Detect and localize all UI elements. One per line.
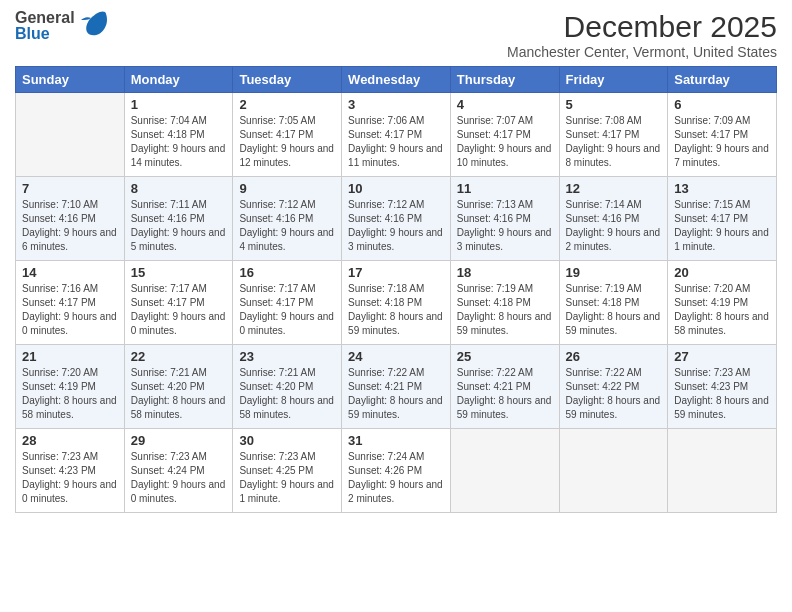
day-number: 20: [674, 265, 770, 280]
day-number: 4: [457, 97, 553, 112]
calendar-table: Sunday Monday Tuesday Wednesday Thursday…: [15, 66, 777, 513]
day-info: Sunrise: 7:05 AMSunset: 4:17 PMDaylight:…: [239, 114, 335, 170]
calendar-day-cell: 30Sunrise: 7:23 AMSunset: 4:25 PMDayligh…: [233, 429, 342, 513]
day-info: Sunrise: 7:06 AMSunset: 4:17 PMDaylight:…: [348, 114, 444, 170]
day-number: 22: [131, 349, 227, 364]
day-info: Sunrise: 7:15 AMSunset: 4:17 PMDaylight:…: [674, 198, 770, 254]
calendar-day-cell: 15Sunrise: 7:17 AMSunset: 4:17 PMDayligh…: [124, 261, 233, 345]
col-wednesday: Wednesday: [342, 67, 451, 93]
day-info: Sunrise: 7:24 AMSunset: 4:26 PMDaylight:…: [348, 450, 444, 506]
calendar-day-cell: 19Sunrise: 7:19 AMSunset: 4:18 PMDayligh…: [559, 261, 668, 345]
logo-general-text: General: [15, 10, 75, 26]
calendar-day-cell: 5Sunrise: 7:08 AMSunset: 4:17 PMDaylight…: [559, 93, 668, 177]
calendar-day-cell: 8Sunrise: 7:11 AMSunset: 4:16 PMDaylight…: [124, 177, 233, 261]
day-number: 6: [674, 97, 770, 112]
title-section: December 2025 Manchester Center, Vermont…: [507, 10, 777, 60]
day-info: Sunrise: 7:19 AMSunset: 4:18 PMDaylight:…: [457, 282, 553, 338]
calendar-day-cell: 2Sunrise: 7:05 AMSunset: 4:17 PMDaylight…: [233, 93, 342, 177]
day-info: Sunrise: 7:21 AMSunset: 4:20 PMDaylight:…: [239, 366, 335, 422]
day-info: Sunrise: 7:07 AMSunset: 4:17 PMDaylight:…: [457, 114, 553, 170]
calendar-day-cell: 6Sunrise: 7:09 AMSunset: 4:17 PMDaylight…: [668, 93, 777, 177]
calendar-day-cell: 14Sunrise: 7:16 AMSunset: 4:17 PMDayligh…: [16, 261, 125, 345]
day-info: Sunrise: 7:23 AMSunset: 4:25 PMDaylight:…: [239, 450, 335, 506]
day-info: Sunrise: 7:17 AMSunset: 4:17 PMDaylight:…: [239, 282, 335, 338]
day-info: Sunrise: 7:10 AMSunset: 4:16 PMDaylight:…: [22, 198, 118, 254]
calendar-week-row: 14Sunrise: 7:16 AMSunset: 4:17 PMDayligh…: [16, 261, 777, 345]
calendar-day-cell: 25Sunrise: 7:22 AMSunset: 4:21 PMDayligh…: [450, 345, 559, 429]
location: Manchester Center, Vermont, United State…: [507, 44, 777, 60]
calendar-day-cell: 26Sunrise: 7:22 AMSunset: 4:22 PMDayligh…: [559, 345, 668, 429]
day-number: 14: [22, 265, 118, 280]
logo-name: General Blue: [15, 10, 75, 42]
day-info: Sunrise: 7:08 AMSunset: 4:17 PMDaylight:…: [566, 114, 662, 170]
calendar-day-cell: 31Sunrise: 7:24 AMSunset: 4:26 PMDayligh…: [342, 429, 451, 513]
day-number: 17: [348, 265, 444, 280]
day-number: 18: [457, 265, 553, 280]
day-info: Sunrise: 7:22 AMSunset: 4:22 PMDaylight:…: [566, 366, 662, 422]
day-info: Sunrise: 7:13 AMSunset: 4:16 PMDaylight:…: [457, 198, 553, 254]
day-info: Sunrise: 7:20 AMSunset: 4:19 PMDaylight:…: [22, 366, 118, 422]
calendar-week-row: 7Sunrise: 7:10 AMSunset: 4:16 PMDaylight…: [16, 177, 777, 261]
day-info: Sunrise: 7:12 AMSunset: 4:16 PMDaylight:…: [348, 198, 444, 254]
header: General Blue December 2025 Manchester Ce…: [15, 10, 777, 60]
calendar-day-cell: 16Sunrise: 7:17 AMSunset: 4:17 PMDayligh…: [233, 261, 342, 345]
day-number: 31: [348, 433, 444, 448]
col-monday: Monday: [124, 67, 233, 93]
day-number: 29: [131, 433, 227, 448]
calendar-day-cell: 3Sunrise: 7:06 AMSunset: 4:17 PMDaylight…: [342, 93, 451, 177]
calendar-day-cell: 23Sunrise: 7:21 AMSunset: 4:20 PMDayligh…: [233, 345, 342, 429]
col-friday: Friday: [559, 67, 668, 93]
day-info: Sunrise: 7:23 AMSunset: 4:23 PMDaylight:…: [674, 366, 770, 422]
calendar-week-row: 21Sunrise: 7:20 AMSunset: 4:19 PMDayligh…: [16, 345, 777, 429]
day-number: 2: [239, 97, 335, 112]
calendar-header-row: Sunday Monday Tuesday Wednesday Thursday…: [16, 67, 777, 93]
day-info: Sunrise: 7:09 AMSunset: 4:17 PMDaylight:…: [674, 114, 770, 170]
day-number: 24: [348, 349, 444, 364]
day-info: Sunrise: 7:17 AMSunset: 4:17 PMDaylight:…: [131, 282, 227, 338]
day-number: 23: [239, 349, 335, 364]
col-saturday: Saturday: [668, 67, 777, 93]
calendar-day-cell: 20Sunrise: 7:20 AMSunset: 4:19 PMDayligh…: [668, 261, 777, 345]
day-number: 30: [239, 433, 335, 448]
calendar-day-cell: 28Sunrise: 7:23 AMSunset: 4:23 PMDayligh…: [16, 429, 125, 513]
day-info: Sunrise: 7:20 AMSunset: 4:19 PMDaylight:…: [674, 282, 770, 338]
calendar-day-cell: 12Sunrise: 7:14 AMSunset: 4:16 PMDayligh…: [559, 177, 668, 261]
day-number: 28: [22, 433, 118, 448]
day-number: 1: [131, 97, 227, 112]
calendar-day-cell: 29Sunrise: 7:23 AMSunset: 4:24 PMDayligh…: [124, 429, 233, 513]
day-info: Sunrise: 7:21 AMSunset: 4:20 PMDaylight:…: [131, 366, 227, 422]
day-number: 11: [457, 181, 553, 196]
day-number: 15: [131, 265, 227, 280]
day-number: 5: [566, 97, 662, 112]
day-number: 21: [22, 349, 118, 364]
day-info: Sunrise: 7:22 AMSunset: 4:21 PMDaylight:…: [348, 366, 444, 422]
day-info: Sunrise: 7:16 AMSunset: 4:17 PMDaylight:…: [22, 282, 118, 338]
calendar-week-row: 28Sunrise: 7:23 AMSunset: 4:23 PMDayligh…: [16, 429, 777, 513]
col-thursday: Thursday: [450, 67, 559, 93]
calendar-day-cell: 10Sunrise: 7:12 AMSunset: 4:16 PMDayligh…: [342, 177, 451, 261]
page-container: General Blue December 2025 Manchester Ce…: [0, 0, 792, 523]
col-sunday: Sunday: [16, 67, 125, 93]
calendar-day-cell: [668, 429, 777, 513]
day-info: Sunrise: 7:11 AMSunset: 4:16 PMDaylight:…: [131, 198, 227, 254]
day-number: 16: [239, 265, 335, 280]
calendar-day-cell: 22Sunrise: 7:21 AMSunset: 4:20 PMDayligh…: [124, 345, 233, 429]
calendar-day-cell: 21Sunrise: 7:20 AMSunset: 4:19 PMDayligh…: [16, 345, 125, 429]
calendar-day-cell: 24Sunrise: 7:22 AMSunset: 4:21 PMDayligh…: [342, 345, 451, 429]
calendar-day-cell: 1Sunrise: 7:04 AMSunset: 4:18 PMDaylight…: [124, 93, 233, 177]
day-info: Sunrise: 7:18 AMSunset: 4:18 PMDaylight:…: [348, 282, 444, 338]
calendar-day-cell: 4Sunrise: 7:07 AMSunset: 4:17 PMDaylight…: [450, 93, 559, 177]
day-number: 10: [348, 181, 444, 196]
day-info: Sunrise: 7:22 AMSunset: 4:21 PMDaylight:…: [457, 366, 553, 422]
calendar-day-cell: 18Sunrise: 7:19 AMSunset: 4:18 PMDayligh…: [450, 261, 559, 345]
day-number: 27: [674, 349, 770, 364]
day-number: 7: [22, 181, 118, 196]
calendar-day-cell: [559, 429, 668, 513]
logo: General Blue: [15, 10, 109, 42]
calendar-week-row: 1Sunrise: 7:04 AMSunset: 4:18 PMDaylight…: [16, 93, 777, 177]
calendar-day-cell: 27Sunrise: 7:23 AMSunset: 4:23 PMDayligh…: [668, 345, 777, 429]
month-title: December 2025: [507, 10, 777, 44]
logo-bird-icon: [77, 10, 109, 38]
calendar-day-cell: 9Sunrise: 7:12 AMSunset: 4:16 PMDaylight…: [233, 177, 342, 261]
calendar-day-cell: 13Sunrise: 7:15 AMSunset: 4:17 PMDayligh…: [668, 177, 777, 261]
